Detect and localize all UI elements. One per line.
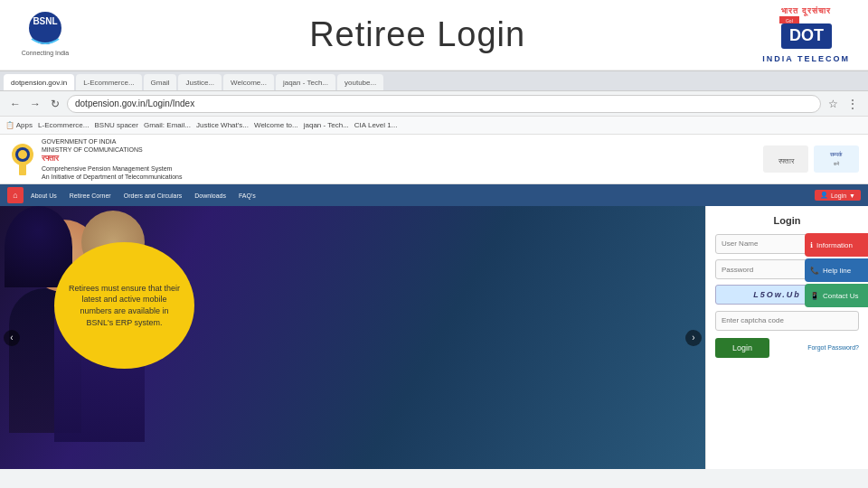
site-main: Retirees must ensure that their latest a… <box>0 206 868 469</box>
bookmark-4[interactable]: Justice What's... <box>196 121 249 129</box>
svg-text:GoI: GoI <box>786 18 793 23</box>
site-header: GOVERNMENT OF INDIA MINISTRY OF COMMUNIC… <box>0 135 868 184</box>
site-title: GOVERNMENT OF INDIA MINISTRY OF COMMUNIC… <box>42 137 183 181</box>
website-content: GOVERNMENT OF INDIA MINISTRY OF COMMUNIC… <box>0 135 868 469</box>
nav-login-button[interactable]: 👤 Login ▼ <box>815 190 861 201</box>
login-arrow: ▼ <box>849 192 855 199</box>
helpline-button[interactable]: 📞 Help line <box>805 258 868 282</box>
bookmark-6[interactable]: jaqan - Tech... <box>304 121 349 129</box>
hero-next-button[interactable]: › <box>685 330 702 346</box>
login-label: Login <box>831 192 846 199</box>
hero-bg: Retirees must ensure that their latest a… <box>0 206 705 469</box>
captcha-text: L5Ow.Ub <box>753 290 801 299</box>
svg-point-9 <box>18 150 27 159</box>
ministry-label: MINISTRY OF COMMUNICATIONS <box>42 145 183 154</box>
speech-bubble-text: Retirees must ensure that their latest a… <box>68 283 181 328</box>
nav-home-button[interactable]: ⌂ <box>7 187 24 203</box>
tab-1[interactable]: L-Ecommerce... <box>76 74 141 90</box>
initiative: An Initiative of Department of Telecommu… <box>42 173 183 181</box>
forward-button[interactable]: → <box>27 96 43 112</box>
india-emblem <box>9 144 36 175</box>
nav-retiree[interactable]: Retiree Corner <box>64 191 117 201</box>
bookmark-5[interactable]: Welcome to... <box>254 121 298 129</box>
site-nav: ⌂ About Us Retiree Corner Orders and Cir… <box>0 184 868 206</box>
tab-6[interactable]: youtube... <box>337 74 383 90</box>
tab-4[interactable]: Welcome... <box>223 74 274 90</box>
bookmark-3[interactable]: Gmail: Email... <box>144 121 191 129</box>
information-button[interactable]: ℹ Information <box>805 233 868 257</box>
hero-area: Retirees must ensure that their latest a… <box>0 206 705 469</box>
logo-text: रफ्तार <box>42 154 59 163</box>
system-name: Comprehensive Pension Management System <box>42 164 183 173</box>
right-logo-2: सम्पर्क करें <box>814 145 859 173</box>
tab-3[interactable]: Justice... <box>178 74 222 90</box>
right-logo-1: रफ्तार <box>763 145 808 173</box>
browser-window: dotpension.gov.in L-Ecommerce... Gmail J… <box>0 70 868 488</box>
svg-text:रफ्तार: रफ्तार <box>778 157 795 165</box>
bookmarks-bar: 📋 Apps L-Ecommerce... BSNU spacer Gmail:… <box>0 117 868 135</box>
svg-text:Connecting India: Connecting India <box>22 50 70 57</box>
svg-text:BSNL: BSNL <box>33 16 57 26</box>
address-text: dotpension.gov.in/Login/Index <box>75 99 194 108</box>
bookmark-button[interactable]: ☆ <box>825 96 841 112</box>
header: BSNL Connecting India Retiree Login भारत… <box>0 0 868 70</box>
dot-label: INDIA TELECOM <box>762 54 850 63</box>
sidebar-buttons: ℹ Information 📞 Help line 📱 Contact Us <box>805 233 868 307</box>
nav-about[interactable]: About Us <box>25 191 62 201</box>
browser-tabs: dotpension.gov.in L-Ecommerce... Gmail J… <box>0 71 868 91</box>
login-icon: 👤 <box>820 192 828 199</box>
address-bar[interactable]: dotpension.gov.in/Login/Index <box>67 95 821 113</box>
bookmark-1[interactable]: L-Ecommerce... <box>38 121 89 129</box>
login-button[interactable]: Login <box>715 338 769 358</box>
bsnl-logo: BSNL Connecting India <box>18 10 72 60</box>
nav-faq[interactable]: FAQ's <box>233 191 261 201</box>
gov-label: GOVERNMENT OF INDIA <box>42 137 183 145</box>
captcha-input[interactable] <box>715 311 859 331</box>
svg-text:सम्पर्क: सम्पर्क <box>829 151 843 157</box>
login-actions: Login Forgot Password? <box>715 338 859 358</box>
info-label: Information <box>816 241 853 249</box>
contact-button[interactable]: 📱 Contact Us <box>805 284 868 307</box>
refresh-button[interactable]: ↻ <box>47 96 63 112</box>
forgot-password-link[interactable]: Forgot Password? <box>807 344 859 351</box>
tab-5[interactable]: jaqan - Tech... <box>276 74 335 90</box>
login-title: Login <box>715 215 859 226</box>
nav-orders[interactable]: Orders and Circulars <box>118 191 188 201</box>
contact-icon: 📱 <box>810 292 819 300</box>
svg-rect-13 <box>814 145 859 173</box>
speech-bubble: Retirees must ensure that their latest a… <box>54 242 194 369</box>
menu-button[interactable]: ⋮ <box>844 96 861 112</box>
browser-bar: ← → ↻ dotpension.gov.in/Login/Index ☆ ⋮ <box>0 91 868 117</box>
site-logo-area: GOVERNMENT OF INDIA MINISTRY OF COMMUNIC… <box>9 137 183 181</box>
dot-top-text: भारत दूरसंचार <box>781 6 831 16</box>
dot-logo: भारत दूरसंचार DOT GoI INDIA TELECOM <box>762 6 850 63</box>
nav-downloads[interactable]: Downloads <box>189 191 231 201</box>
page-title: Retiree Login <box>309 15 525 54</box>
svg-rect-10 <box>19 164 26 175</box>
svg-text:DOT: DOT <box>789 26 824 44</box>
back-button[interactable]: ← <box>7 96 24 112</box>
info-icon: ℹ <box>810 241 813 249</box>
helpline-icon: 📞 <box>810 267 819 275</box>
hero-prev-button[interactable]: ‹ <box>4 330 20 346</box>
svg-text:करें: करें <box>833 161 840 166</box>
bookmark-2[interactable]: BSNU spacer <box>94 121 137 129</box>
bookmark-apps[interactable]: 📋 Apps <box>5 121 33 129</box>
site-right-logos: रफ्तार सम्पर्क करें <box>763 145 859 173</box>
bookmark-7[interactable]: CIA Level 1... <box>354 121 398 129</box>
contact-label: Contact Us <box>823 292 859 300</box>
tab-2[interactable]: Gmail <box>144 74 177 90</box>
active-tab[interactable]: dotpension.gov.in <box>4 74 74 90</box>
dot-icon: DOT GoI <box>779 16 834 54</box>
header-left: BSNL Connecting India <box>18 10 72 60</box>
helpline-label: Help line <box>823 267 851 275</box>
